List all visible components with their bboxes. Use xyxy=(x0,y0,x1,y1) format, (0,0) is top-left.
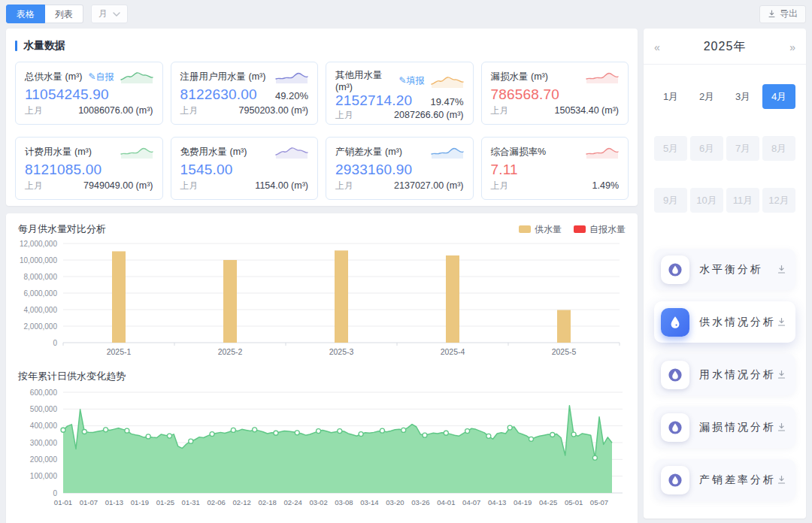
svg-text:2,000,000: 2,000,000 xyxy=(24,322,58,331)
stat-card-value: 11054245.90 xyxy=(25,86,109,103)
prev-month-value: 2137027.00 (m³) xyxy=(394,180,463,191)
stat-card-value-row: 8121085.00 xyxy=(25,162,153,178)
legend-item-供水量[interactable]: 供水量 xyxy=(519,223,562,236)
svg-text:500,000: 500,000 xyxy=(30,405,58,413)
svg-text:04-01: 04-01 xyxy=(437,498,455,506)
prev-month-label: 上月 xyxy=(491,180,509,192)
water-drop-icon xyxy=(667,472,683,488)
water-drop-icon xyxy=(661,255,689,284)
prev-month-value: 1154.00 (m³) xyxy=(255,180,308,191)
analysis-item[interactable]: 漏损情况分析 xyxy=(654,407,795,448)
download-icon[interactable] xyxy=(777,370,786,379)
stat-card-header: 产销差水量 (m³) xyxy=(335,144,464,159)
water-drop-icon xyxy=(667,262,683,278)
export-button[interactable]: 导出 xyxy=(759,5,806,23)
svg-text:03-08: 03-08 xyxy=(335,498,353,506)
calendar-prev-year-icon[interactable]: « xyxy=(654,42,660,53)
edit-link[interactable]: ✎填报 xyxy=(398,74,424,87)
view-tab-group: 表格列表 xyxy=(6,5,83,23)
svg-text:04-25: 04-25 xyxy=(539,498,557,506)
analysis-item[interactable]: 产销差率分析 xyxy=(654,459,795,500)
month-grid: 1月2月3月4月5月6月7月8月9月10月11月12月 xyxy=(653,65,797,213)
download-icon[interactable] xyxy=(777,475,786,485)
month-cell-8月: 8月 xyxy=(762,136,795,161)
month-cell-10月: 10月 xyxy=(690,188,723,213)
download-icon[interactable] xyxy=(777,265,786,274)
month-cell-1月[interactable]: 1月 xyxy=(654,84,687,109)
month-cell-4月[interactable]: 4月 xyxy=(762,84,795,109)
svg-text:12,000,000: 12,000,000 xyxy=(20,240,57,248)
analysis-item[interactable]: 供水情况分析 xyxy=(654,301,795,343)
download-icon xyxy=(777,317,786,327)
toolbar: 表格列表 月 导出 xyxy=(6,5,806,23)
area-chart: 0100,000200,000300,000400,000500,000600,… xyxy=(17,383,627,518)
svg-text:02-12: 02-12 xyxy=(233,498,251,506)
stat-card-value: 1545.00 xyxy=(180,162,233,178)
download-icon[interactable] xyxy=(777,422,786,432)
water-drop-icon xyxy=(661,308,689,337)
svg-text:05-07: 05-07 xyxy=(590,498,608,506)
calendar-header: « 2025年 » xyxy=(653,35,797,64)
period-dropdown[interactable]: 月 xyxy=(91,5,128,23)
svg-text:2025-4: 2025-4 xyxy=(441,347,465,356)
edit-link[interactable]: ✎自报 xyxy=(88,71,114,83)
area-chart-header: 按年累计日供水变化趋势 xyxy=(18,370,626,383)
download-icon[interactable] xyxy=(777,317,786,327)
prev-month-value: 7949049.00 (m³) xyxy=(83,180,153,191)
analysis-item-label: 供水情况分析 xyxy=(699,316,776,329)
bar-chart-header: 每月供水量对比分析 供水量自报水量 xyxy=(18,222,626,236)
stat-card-value: 7.11 xyxy=(491,162,518,178)
calendar-next-year-icon[interactable]: » xyxy=(789,42,795,53)
stat-card-header: 注册用户用水量 (m³) xyxy=(180,69,309,84)
water-data-panel: 水量数据 总供水量 (m³)✎自报11054245.90上月10086076.0… xyxy=(6,29,638,206)
analysis-item-label: 水平衡分析 xyxy=(699,263,763,277)
stat-card-header: 漏损水量 (m³) xyxy=(491,69,620,84)
prev-month-label: 上月 xyxy=(335,180,353,192)
stat-card-header: 综合漏损率% xyxy=(491,144,620,159)
water-drop-icon xyxy=(661,413,689,442)
svg-text:6,000,000: 6,000,000 xyxy=(24,289,58,298)
stat-card: 漏损水量 (m³)786568.70上月150534.40 (m³) xyxy=(481,62,629,125)
stat-card-footer: 上月7949049.00 (m³) xyxy=(25,180,153,192)
prev-month-value: 2087266.60 (m³) xyxy=(394,110,463,120)
stat-card: 免费用水量 (m³)1545.00上月1154.00 (m³) xyxy=(171,137,319,200)
download-icon xyxy=(777,475,786,485)
svg-text:0: 0 xyxy=(53,339,57,347)
legend-item-自报水量[interactable]: 自报水量 xyxy=(574,223,626,236)
stat-card-footer: 上月1.49% xyxy=(491,180,620,192)
stat-card-value-row: 2933160.90 xyxy=(335,162,464,178)
stat-card-value-row: 1545.00 xyxy=(180,162,309,178)
svg-text:2025-5: 2025-5 xyxy=(552,347,577,356)
month-cell-2月[interactable]: 2月 xyxy=(690,84,723,109)
prev-month-label: 上月 xyxy=(25,180,43,192)
analysis-item[interactable]: 用水情况分析 xyxy=(654,354,795,395)
analysis-list: 水平衡分析供水情况分析用水情况分析漏损情况分析产销差率分析 xyxy=(653,249,797,500)
month-cell-12月: 12月 xyxy=(762,188,795,213)
stat-card-percent: 19.47% xyxy=(430,96,463,107)
calendar-year: 2025年 xyxy=(704,39,747,55)
view-tab-list[interactable]: 列表 xyxy=(45,5,83,23)
prev-month-label: 上月 xyxy=(491,104,509,117)
month-cell-9月: 9月 xyxy=(654,188,687,213)
svg-text:01-07: 01-07 xyxy=(80,498,98,506)
svg-text:4,000,000: 4,000,000 xyxy=(24,306,58,314)
svg-text:01-01: 01-01 xyxy=(54,498,72,506)
stat-card-header: 免费用水量 (m³) xyxy=(180,144,309,159)
svg-text:01-25: 01-25 xyxy=(156,498,174,506)
month-cell-3月[interactable]: 3月 xyxy=(726,84,759,109)
legend-swatch xyxy=(519,225,531,233)
analysis-item-label: 漏损情况分析 xyxy=(699,421,776,434)
water-drop-icon xyxy=(667,367,683,383)
export-label: 导出 xyxy=(780,8,798,20)
svg-text:01-31: 01-31 xyxy=(182,498,200,506)
prev-month-label: 上月 xyxy=(25,104,43,117)
svg-text:400,000: 400,000 xyxy=(30,422,58,430)
download-icon xyxy=(777,370,786,379)
stat-card-value: 2933160.90 xyxy=(335,162,412,178)
stat-card-title: 其他用水量 (m³) xyxy=(335,69,398,92)
view-tab-table[interactable]: 表格 xyxy=(6,5,45,23)
analysis-item[interactable]: 水平衡分析 xyxy=(654,249,795,290)
download-icon xyxy=(768,10,776,18)
svg-text:2025-2: 2025-2 xyxy=(218,347,243,356)
stat-card-footer: 上月1154.00 (m³) xyxy=(180,180,309,192)
